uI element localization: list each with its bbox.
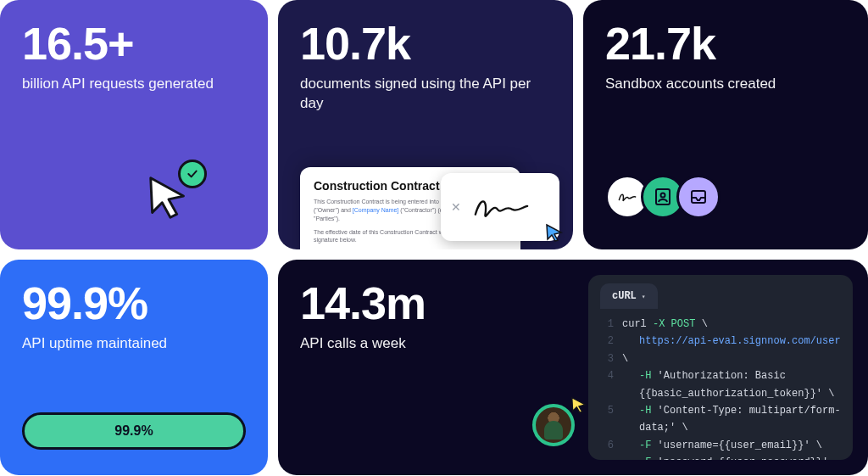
code-tab[interactable]: cURL ▾ <box>600 283 658 309</box>
card-sandbox-accounts: 21.7k Sandbox accounts created <box>583 0 868 249</box>
signature-card: ✕ <box>441 173 559 241</box>
code-panel: cURL ▾ 1curl -X POST \ 2https://api-eval… <box>588 275 853 460</box>
code-line: 5-H 'Content-Type: multipart/form-data;'… <box>598 402 843 437</box>
close-icon: ✕ <box>451 200 461 214</box>
card-api-calls: 14.3m API calls a week cURL ▾ 1curl -X P… <box>278 260 868 475</box>
code-line: 4-H 'Authorization: Basic {{basic_author… <box>598 367 843 402</box>
stat-value: 16.5+ <box>22 20 246 66</box>
mini-cursor-icon <box>544 222 565 246</box>
avatar-icon <box>532 404 575 446</box>
avatar-illustration <box>532 404 575 446</box>
stat-desc: API uptime maintained <box>22 334 246 354</box>
card-documents-signed: 10.7k documents signed using the API per… <box>278 0 573 249</box>
svg-point-1 <box>661 193 665 198</box>
stat-desc: documents signed using the API per day <box>300 75 551 114</box>
document-illustration: Construction Contract This Construction … <box>300 139 551 249</box>
card-api-requests: 16.5+ billion API requests generated <box>0 0 268 249</box>
code-body: 1curl -X POST \ 2https://api-eval.signno… <box>588 309 853 460</box>
code-line: 3\ <box>598 350 843 367</box>
chevron-down-icon: ▾ <box>642 293 646 300</box>
code-line: 6-F 'username={{user_email}}' \ <box>598 437 843 454</box>
code-tab-label: cURL <box>612 290 637 302</box>
stat-value: 99.9% <box>22 280 246 326</box>
stat-desc: billion API requests generated <box>22 75 246 94</box>
stat-value: 10.7k <box>300 20 551 66</box>
card-api-uptime: 99.9% API uptime maintained 99.9% <box>0 260 268 475</box>
inbox-circle-icon <box>676 175 721 219</box>
check-badge-icon <box>178 160 207 188</box>
code-line: 1curl -X POST \ <box>598 316 843 333</box>
code-line: -F 'password={{user_password}}' <box>598 454 843 460</box>
stat-value: 21.7k <box>605 20 846 66</box>
signature-icon <box>470 190 530 224</box>
yellow-pointer-icon <box>570 395 588 417</box>
stats-grid: 16.5+ billion API requests generated 10.… <box>0 0 868 476</box>
uptime-bar-label: 99.9% <box>114 423 153 439</box>
stat-desc: Sandbox accounts created <box>605 75 846 94</box>
uptime-bar: 99.9% <box>22 412 246 450</box>
uptime-progress: 99.9% <box>22 412 246 450</box>
cursor-illustration <box>144 173 193 226</box>
account-icons-row <box>605 175 712 219</box>
code-line: 2https://api-eval.signnow.com/user <box>598 333 843 350</box>
placeholder-company: [Company Name] <box>353 207 398 213</box>
